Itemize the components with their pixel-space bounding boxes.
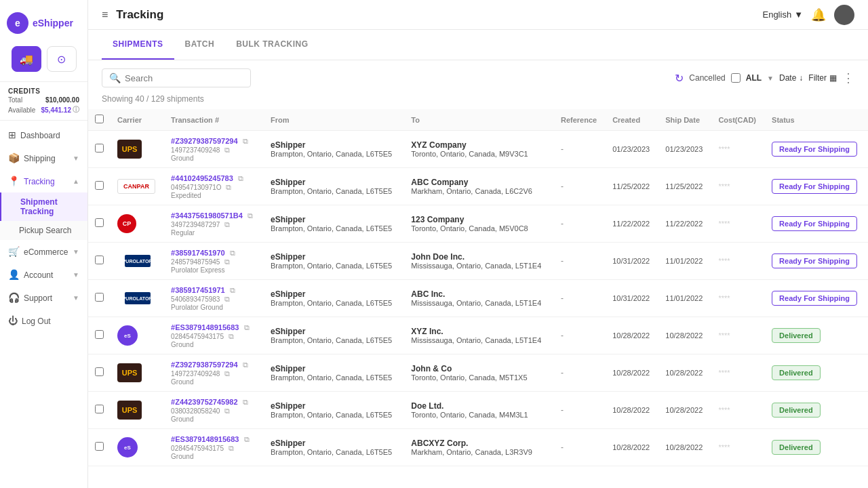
avatar[interactable] bbox=[834, 5, 854, 25]
menu-icon[interactable]: ≡ bbox=[102, 9, 108, 21]
sidebar-item-shipping[interactable]: 📦Shipping ▼ bbox=[0, 146, 87, 169]
reference-cell-7: - bbox=[554, 392, 606, 429]
search-input[interactable] bbox=[125, 73, 243, 83]
status-cell-1: Ready For Shipping bbox=[765, 168, 868, 205]
compass-icon-btn[interactable]: ⊙ bbox=[47, 46, 77, 72]
row-checkbox-5[interactable] bbox=[95, 330, 104, 339]
copy-num-icon-2[interactable]: ⧉ bbox=[224, 220, 230, 228]
cost-cell-8: **** bbox=[711, 429, 765, 466]
ship-date-cell-6: 10/28/2022 bbox=[658, 354, 711, 392]
status-cell-7: Delivered bbox=[765, 392, 868, 429]
tab-shipments[interactable]: SHIPMENTS bbox=[102, 30, 174, 60]
copy-icon-8[interactable]: ⧉ bbox=[244, 435, 250, 443]
row-checkbox-2[interactable] bbox=[95, 218, 104, 227]
to-cell-6: John & Co Toronto, Ontario, Canada, M5T1… bbox=[404, 354, 554, 392]
filter-button[interactable]: Filter ▦ bbox=[808, 73, 837, 83]
sidebar-item-support[interactable]: 🎧Support ▼ bbox=[0, 286, 87, 309]
reference-cell-1: - bbox=[554, 168, 606, 205]
language-selector[interactable]: English ▼ bbox=[762, 9, 803, 20]
copy-icon-0[interactable]: ⧉ bbox=[243, 137, 248, 145]
copy-icon-4[interactable]: ⧉ bbox=[230, 286, 235, 294]
transaction-link-2[interactable]: #34437561980571B4 bbox=[171, 211, 243, 220]
copy-icon-1[interactable]: ⧉ bbox=[238, 174, 243, 182]
copy-icon-5[interactable]: ⧉ bbox=[244, 323, 250, 331]
transaction-link-0[interactable]: #Z39279387597294 bbox=[171, 137, 237, 145]
transaction-cell: #34437561980571B4 ⧉ 3497239487297 ⧉ Regu… bbox=[164, 205, 264, 243]
row-checkbox-8[interactable] bbox=[95, 442, 104, 451]
row-checkbox-1[interactable] bbox=[95, 181, 104, 190]
copy-num-icon-7[interactable]: ⧉ bbox=[224, 407, 230, 415]
date-sort-button[interactable]: Date ↓ bbox=[779, 73, 803, 83]
more-options-icon[interactable]: ⋮ bbox=[842, 70, 854, 85]
copy-icon-7[interactable]: ⧉ bbox=[243, 398, 248, 406]
row-checkbox-7[interactable] bbox=[95, 405, 104, 413]
refresh-icon[interactable]: ↻ bbox=[675, 72, 684, 85]
reference-cell-8: - bbox=[554, 429, 606, 466]
sidebar-item-tracking[interactable]: 📍Tracking ▲ bbox=[0, 169, 87, 192]
notification-bell-icon[interactable]: 🔔 bbox=[811, 7, 826, 22]
toolbar: 🔍 ↻ Cancelled ALL ▼ Date ↓ Filter ▦ ⋮ bbox=[88, 60, 868, 93]
status-badge-2: Ready For Shipping bbox=[772, 216, 857, 231]
row-checkbox-4[interactable] bbox=[95, 293, 104, 302]
filter-label: Filter bbox=[808, 73, 827, 83]
table-row: CP #34437561980571B4 ⧉ 3497239487297 ⧉ R… bbox=[88, 205, 868, 243]
credits-title: CREDITS bbox=[8, 87, 79, 95]
tab-bulk-tracking[interactable]: BULK TRACKING bbox=[225, 30, 319, 60]
all-dropdown-icon[interactable]: ▼ bbox=[767, 75, 774, 82]
service-label-3: Purolator Express bbox=[171, 266, 257, 274]
shipments-table: Carrier Transaction # From To Reference … bbox=[88, 109, 868, 466]
transaction-link-5[interactable]: #ES3879148915683 bbox=[171, 323, 239, 331]
transaction-num-5: 02845475943175 ⧉ bbox=[171, 332, 257, 341]
sidebar-item-logout[interactable]: ⏻Log Out bbox=[0, 309, 87, 332]
truck-icon-btn[interactable]: 🚚 bbox=[12, 46, 41, 72]
status-badge-0: Ready For Shipping bbox=[772, 142, 857, 157]
transaction-num-6: 1497237409248 ⧉ bbox=[171, 369, 257, 378]
quick-action-icons: 🚚 ⊙ bbox=[5, 39, 83, 79]
tab-bar: SHIPMENTS BATCH BULK TRACKING bbox=[88, 30, 868, 60]
carrier-cell: UPS bbox=[111, 131, 164, 168]
carrier-cell: CP bbox=[111, 205, 164, 243]
sidebar-item-shipment-tracking[interactable]: Shipment Tracking bbox=[0, 192, 87, 221]
created-cell-7: 10/28/2022 bbox=[606, 392, 658, 429]
copy-num-icon-8[interactable]: ⧉ bbox=[229, 444, 234, 452]
sidebar-item-ecommerce[interactable]: 🛒eCommerce ▼ bbox=[0, 240, 87, 263]
col-created: Created bbox=[606, 109, 658, 131]
transaction-link-7[interactable]: #Z44239752745982 bbox=[171, 398, 237, 406]
sidebar-item-pickup-search[interactable]: Pickup Search bbox=[0, 221, 87, 240]
copy-icon-6[interactable]: ⧉ bbox=[243, 361, 248, 369]
transaction-cell: #Z44239752745982 ⧉ 0380328058240 ⧉ Groun… bbox=[164, 392, 264, 429]
sidebar-item-account[interactable]: 👤Account ▼ bbox=[0, 263, 87, 286]
table-row: eS #ES3879148915683 ⧉ 02845475943175 ⧉ G… bbox=[88, 317, 868, 354]
tab-batch[interactable]: BATCH bbox=[174, 30, 226, 60]
all-checkbox[interactable] bbox=[731, 73, 741, 83]
created-cell-1: 11/25/2022 bbox=[606, 168, 658, 205]
transaction-link-1[interactable]: #44102495245783 bbox=[171, 174, 233, 182]
cost-cell-2: **** bbox=[711, 205, 765, 243]
search-box[interactable]: 🔍 bbox=[102, 68, 251, 87]
copy-icon-3[interactable]: ⧉ bbox=[230, 249, 235, 257]
copy-num-icon-4[interactable]: ⧉ bbox=[224, 295, 230, 303]
transaction-num-7: 0380328058240 ⧉ bbox=[171, 407, 257, 415]
col-to: To bbox=[404, 109, 554, 131]
table-body: UPS #Z39279387597294 ⧉ 1497237409248 ⧉ G… bbox=[88, 131, 868, 466]
copy-num-icon-1[interactable]: ⧉ bbox=[226, 183, 231, 191]
copy-num-icon-5[interactable]: ⧉ bbox=[229, 332, 234, 340]
row-checkbox-6[interactable] bbox=[95, 367, 104, 376]
copy-num-icon-6[interactable]: ⧉ bbox=[224, 369, 230, 378]
sidebar-item-dashboard[interactable]: ⊞Dashboard bbox=[0, 123, 87, 146]
total-value: $10,000.00 bbox=[45, 96, 79, 104]
col-ship-date: Ship Date bbox=[658, 109, 711, 131]
select-all-checkbox[interactable] bbox=[95, 115, 104, 123]
from-cell-3: eShipper Brampton, Ontario, Canada, L6T5… bbox=[264, 243, 404, 280]
transaction-link-8[interactable]: #ES3879148915683 bbox=[171, 435, 239, 443]
row-checkbox-3[interactable] bbox=[95, 256, 104, 264]
copy-num-icon-0[interactable]: ⧉ bbox=[224, 146, 230, 154]
copy-icon-2[interactable]: ⧉ bbox=[248, 211, 253, 220]
row-checkbox-0[interactable] bbox=[95, 144, 104, 152]
cost-cell-6: **** bbox=[711, 354, 765, 392]
created-cell-5: 10/28/2022 bbox=[606, 317, 658, 354]
copy-num-icon-3[interactable]: ⧉ bbox=[224, 258, 230, 266]
transaction-link-4[interactable]: #385917451971 bbox=[171, 286, 225, 294]
transaction-link-3[interactable]: #385917451970 bbox=[171, 249, 225, 257]
transaction-link-6[interactable]: #Z39279387597294 bbox=[171, 361, 237, 369]
